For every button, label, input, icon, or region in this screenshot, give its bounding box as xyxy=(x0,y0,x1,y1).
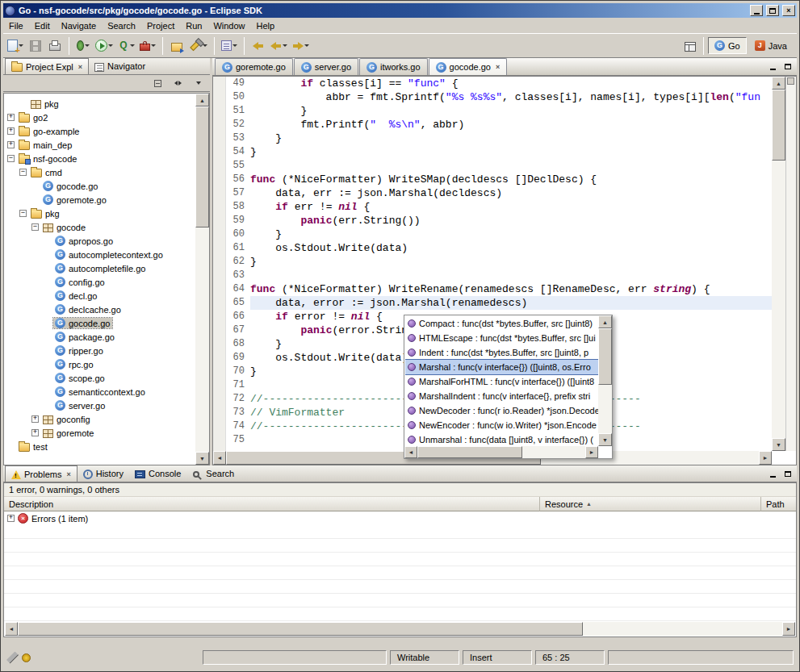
scroll-up-button[interactable]: ▲ xyxy=(598,315,612,328)
column-header-path[interactable]: Path xyxy=(761,497,796,511)
tree-item-apropos.go[interactable]: apropos.go xyxy=(4,234,209,248)
scroll-up-button[interactable]: ▲ xyxy=(772,77,785,90)
scrollbar-track[interactable] xyxy=(18,622,782,636)
tree-item-scope.go[interactable]: scope.go xyxy=(4,371,209,385)
completion-item[interactable]: Compact : func(dst *bytes.Buffer, src []… xyxy=(405,316,598,331)
collapse-all-button[interactable] xyxy=(151,77,165,90)
annotation-button[interactable] xyxy=(220,36,239,56)
perspective-java-button[interactable]: Java xyxy=(748,37,794,54)
tree-item-server.go[interactable]: server.go xyxy=(4,399,209,412)
back-button[interactable] xyxy=(269,36,289,56)
scrollbar-track[interactable] xyxy=(598,328,612,433)
maximize-panel-button[interactable] xyxy=(781,61,794,73)
tree-item-main_dep[interactable]: +main_dep xyxy=(4,138,209,152)
completion-item[interactable]: NewDecoder : func(r io.Reader) *json.Dec… xyxy=(405,403,598,418)
tree-item-config.go[interactable]: config.go xyxy=(4,275,209,289)
scroll-up-button[interactable]: ▲ xyxy=(195,94,209,106)
scrollbar-track[interactable] xyxy=(417,446,585,458)
scrollbar-thumb[interactable] xyxy=(18,622,583,636)
menu-item-file[interactable]: File xyxy=(3,19,29,32)
problems-row[interactable]: +Errors (1 item) xyxy=(4,511,796,525)
fast-view-icon[interactable] xyxy=(6,652,19,664)
close-tab-icon[interactable]: × xyxy=(496,63,500,71)
scrollbar-track[interactable] xyxy=(195,106,209,452)
save-button[interactable] xyxy=(27,36,44,56)
view-tab-navigator[interactable]: Navigator xyxy=(89,58,151,74)
tree-item-goconfig[interactable]: +goconfig xyxy=(4,412,209,426)
tree-item-autocompletecontext.go[interactable]: autocompletecontext.go xyxy=(4,248,209,261)
new-button[interactable] xyxy=(6,36,25,56)
scroll-left-button[interactable]: ◄ xyxy=(5,622,18,636)
tree-item-decl.go[interactable]: decl.go xyxy=(4,289,209,303)
expand-icon[interactable]: + xyxy=(31,415,39,423)
minimize-panel-button[interactable] xyxy=(766,468,779,480)
editor-tab-gocode.go[interactable]: gocode.go× xyxy=(429,58,508,75)
completion-item[interactable]: Unmarshal : func(data []uint8, v interfa… xyxy=(405,432,598,446)
open-perspective-button[interactable] xyxy=(681,36,699,56)
completion-item[interactable]: NewEncoder : func(w io.Writer) *json.Enc… xyxy=(405,418,598,432)
forward-button[interactable] xyxy=(291,36,311,56)
scroll-down-button[interactable]: ▼ xyxy=(598,433,612,446)
tree-item-rpc.go[interactable]: rpc.go xyxy=(4,357,209,371)
tree-item-goremote[interactable]: +goremote xyxy=(4,426,209,440)
scroll-down-button[interactable]: ▼ xyxy=(772,438,785,451)
view-tab-project-expl[interactable]: Project Expl× xyxy=(5,58,89,74)
tree-item-declcache.go[interactable]: declcache.go xyxy=(4,303,209,316)
tree-item-go-example[interactable]: +go-example xyxy=(4,124,209,138)
expand-icon[interactable]: + xyxy=(7,141,15,148)
collapse-icon[interactable]: − xyxy=(7,155,15,162)
tree-item-package.go[interactable]: package.go xyxy=(4,330,209,344)
completion-item[interactable]: Marshal : func(v interface{}) ([]uint8, … xyxy=(405,360,598,374)
tree-item-go2[interactable]: +go2 xyxy=(4,111,209,124)
scroll-right-button[interactable]: ► xyxy=(759,451,772,465)
completion-item[interactable]: Indent : func(dst *bytes.Buffer, src []u… xyxy=(405,345,598,360)
external-tools-button[interactable] xyxy=(138,36,157,56)
menu-item-help[interactable]: Help xyxy=(251,19,281,32)
scroll-left-button[interactable]: ◄ xyxy=(404,446,417,458)
column-header-resource[interactable]: Resource▲ xyxy=(540,497,761,511)
close-button[interactable]: × xyxy=(782,5,795,16)
tree-item-cmd[interactable]: −cmd xyxy=(4,165,209,179)
collapse-icon[interactable]: − xyxy=(19,210,27,217)
tree-item-pkg[interactable]: −pkg xyxy=(4,207,209,220)
editor-tab-itworks.go[interactable]: itworks.go xyxy=(359,58,428,75)
tree-item-gocode[interactable]: −gocode xyxy=(4,220,209,234)
view-tab-search[interactable]: Search xyxy=(186,465,240,482)
expand-icon[interactable]: + xyxy=(7,515,15,522)
completion-item[interactable]: MarshalIndent : func(v interface{}, pref… xyxy=(405,389,598,403)
scroll-right-button[interactable]: ► xyxy=(585,446,598,458)
debug-button[interactable] xyxy=(74,36,92,56)
completion-item[interactable]: MarshalForHTML : func(v interface{}) ([]… xyxy=(405,374,598,389)
scrollbar-thumb[interactable] xyxy=(772,90,785,161)
menu-item-project[interactable]: Project xyxy=(141,19,180,32)
tree-item-goremote.go[interactable]: goremote.go xyxy=(4,193,209,207)
open-resource-button[interactable] xyxy=(168,36,186,56)
menu-item-navigate[interactable]: Navigate xyxy=(56,19,102,32)
close-tab-icon[interactable]: × xyxy=(66,470,70,478)
collapse-icon[interactable]: − xyxy=(31,223,39,231)
last-edit-location-button[interactable] xyxy=(249,36,267,56)
scroll-left-button[interactable]: ◄ xyxy=(213,451,226,465)
run-button[interactable] xyxy=(94,36,115,56)
view-tab-problems[interactable]: Problems× xyxy=(5,465,77,482)
tree-item-nsf-gocode[interactable]: −nsf-gocode xyxy=(4,152,209,165)
maximize-panel-button[interactable] xyxy=(781,468,794,480)
expand-icon[interactable]: + xyxy=(7,114,15,121)
print-button[interactable] xyxy=(46,36,64,56)
scrollbar-thumb[interactable] xyxy=(598,328,612,385)
tree-item-test[interactable]: test xyxy=(4,440,209,453)
view-menu-button[interactable] xyxy=(191,77,205,90)
menu-item-run[interactable]: Run xyxy=(180,19,207,32)
tree-item-gocode.go[interactable]: gocode.go xyxy=(4,179,209,193)
expand-icon[interactable]: + xyxy=(31,429,39,436)
tree-item-pkg[interactable]: pkg xyxy=(4,97,209,111)
scrollbar-track[interactable] xyxy=(772,90,785,438)
expand-icon[interactable]: + xyxy=(7,127,15,135)
tree-item-autocompletefile.go[interactable]: autocompletefile.go xyxy=(4,261,209,275)
scroll-right-button[interactable]: ► xyxy=(782,622,795,636)
collapse-icon[interactable]: − xyxy=(19,169,27,176)
tree-item-semanticcontext.go[interactable]: semanticcontext.go xyxy=(4,385,209,399)
tree-item-gocode.go[interactable]: gocode.go xyxy=(4,316,209,330)
scroll-down-button[interactable]: ▼ xyxy=(195,452,209,465)
scrollbar-thumb[interactable] xyxy=(195,106,209,227)
